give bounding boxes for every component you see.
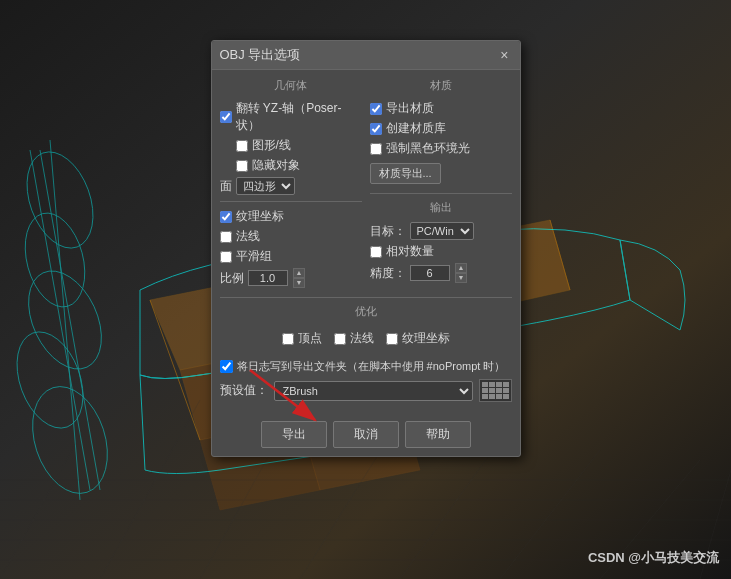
preset-label: 预设值： — [220, 382, 268, 399]
preset-row: 预设值： ZBrush Default Custom — [220, 379, 512, 402]
smooth-group-row: 平滑组 — [220, 248, 362, 265]
create-library-checkbox[interactable] — [370, 123, 382, 135]
scale-up[interactable]: ▲ — [293, 268, 306, 278]
export-material-checkbox[interactable] — [370, 103, 382, 115]
output-section-header: 输出 — [370, 200, 512, 217]
opt-uv-checkbox[interactable] — [386, 333, 398, 345]
opt-vertex-label: 顶点 — [298, 330, 322, 347]
grid-cell-11 — [496, 394, 502, 399]
log-label: 将日志写到导出文件夹（在脚本中使用 #noPrompt 时） — [237, 359, 506, 374]
precision-label: 精度： — [370, 265, 406, 282]
scale-down[interactable]: ▼ — [293, 278, 306, 288]
opt-vertex-row: 顶点 — [282, 330, 322, 347]
opt-normal-checkbox[interactable] — [334, 333, 346, 345]
create-library-row: 创建材质库 — [370, 120, 512, 137]
uv-row: 纹理坐标 — [220, 208, 362, 225]
geometry-section-header: 几何体 — [220, 78, 362, 95]
export-material-label: 导出材质 — [386, 100, 434, 117]
opt-vertex-checkbox[interactable] — [282, 333, 294, 345]
grid-cell-3 — [496, 382, 502, 387]
precision-spinbox: ▲ ▼ — [455, 263, 468, 283]
precision-down[interactable]: ▼ — [455, 273, 468, 283]
face-select[interactable]: 四边形 三角形 N-Gon — [236, 177, 295, 195]
grid-cell-8 — [503, 388, 509, 393]
scale-row: 比例 ▲ ▼ — [220, 268, 362, 288]
preset-grid-icon — [479, 379, 512, 402]
log-line-row: 将日志写到导出文件夹（在脚本中使用 #noPrompt 时） — [220, 359, 512, 374]
precision-row: 精度： ▲ ▼ — [370, 263, 512, 283]
target-label: 目标： — [370, 223, 406, 240]
export-button[interactable]: 导出 — [261, 421, 327, 448]
target-select[interactable]: PC/Win Mac Unix — [410, 222, 474, 240]
smooth-group-checkbox[interactable] — [220, 251, 232, 263]
cancel-button[interactable]: 取消 — [333, 421, 399, 448]
hide-object-row: 隐藏对象 — [236, 157, 362, 174]
scale-input[interactable] — [248, 270, 288, 286]
material-section-header: 材质 — [370, 78, 512, 95]
flip-yz-checkbox[interactable] — [220, 111, 232, 123]
flip-yz-label: 翻转 YZ-轴（Poser-状） — [236, 100, 362, 134]
relative-label: 相对数量 — [386, 243, 434, 260]
precision-input[interactable] — [410, 265, 450, 281]
dialog-backdrop: OBJ 导出选项 × 几何体 翻转 YZ-轴（Poser-状） 图形/线 — [0, 0, 731, 579]
grid-cell-6 — [489, 388, 495, 393]
grid-cell-4 — [503, 382, 509, 387]
optimize-section-header: 优化 — [220, 304, 512, 321]
face-row: 面 四边形 三角形 N-Gon — [220, 177, 362, 195]
preset-select[interactable]: ZBrush Default Custom — [274, 381, 473, 401]
grid-cell-10 — [489, 394, 495, 399]
action-buttons-row: 导出 取消 帮助 — [212, 415, 520, 456]
force-black-checkbox[interactable] — [370, 143, 382, 155]
create-library-label: 创建材质库 — [386, 120, 446, 137]
close-button[interactable]: × — [497, 47, 511, 63]
opt-normal-row: 法线 — [334, 330, 374, 347]
grid-cell-5 — [482, 388, 488, 393]
scale-label: 比例 — [220, 270, 244, 287]
relative-row: 相对数量 — [370, 243, 512, 260]
mat-export-button[interactable]: 材质导出... — [370, 163, 441, 184]
grid-cell-7 — [496, 388, 502, 393]
dialog-titlebar: OBJ 导出选项 × — [212, 41, 520, 70]
normal-row: 法线 — [220, 228, 362, 245]
export-dialog: OBJ 导出选项 × 几何体 翻转 YZ-轴（Poser-状） 图形/线 — [211, 40, 521, 457]
grid-cell-1 — [482, 382, 488, 387]
flip-yz-row: 翻转 YZ-轴（Poser-状） — [220, 100, 362, 134]
material-output-section: 材质 导出材质 创建材质库 强制黑色环境光 材质导出... — [370, 78, 512, 291]
grid-cell-12 — [503, 394, 509, 399]
opt-normal-label: 法线 — [350, 330, 374, 347]
uv-checkbox[interactable] — [220, 211, 232, 223]
relative-checkbox[interactable] — [370, 246, 382, 258]
export-material-row: 导出材质 — [370, 100, 512, 117]
grid-cell-9 — [482, 394, 488, 399]
figures-label: 图形/线 — [252, 137, 291, 154]
target-row: 目标： PC/Win Mac Unix — [370, 222, 512, 240]
grid-cell-2 — [489, 382, 495, 387]
hide-object-label: 隐藏对象 — [252, 157, 300, 174]
scale-spinbox: ▲ ▼ — [293, 268, 306, 288]
force-black-row: 强制黑色环境光 — [370, 140, 512, 157]
opt-uv-row: 纹理坐标 — [386, 330, 450, 347]
normal-checkbox[interactable] — [220, 231, 232, 243]
uv-label: 纹理坐标 — [236, 208, 284, 225]
log-checkbox[interactable] — [220, 360, 233, 373]
geometry-section: 几何体 翻转 YZ-轴（Poser-状） 图形/线 隐藏对象 面 — [220, 78, 362, 291]
help-button[interactable]: 帮助 — [405, 421, 471, 448]
optimize-row: 顶点 法线 纹理坐标 — [220, 326, 512, 354]
hide-object-checkbox[interactable] — [236, 160, 248, 172]
face-label: 面 — [220, 178, 232, 195]
figures-row: 图形/线 — [236, 137, 362, 154]
dialog-title: OBJ 导出选项 — [220, 46, 301, 64]
smooth-group-label: 平滑组 — [236, 248, 272, 265]
normal-label: 法线 — [236, 228, 260, 245]
precision-up[interactable]: ▲ — [455, 263, 468, 273]
opt-uv-label: 纹理坐标 — [402, 330, 450, 347]
force-black-label: 强制黑色环境光 — [386, 140, 470, 157]
figures-checkbox[interactable] — [236, 140, 248, 152]
